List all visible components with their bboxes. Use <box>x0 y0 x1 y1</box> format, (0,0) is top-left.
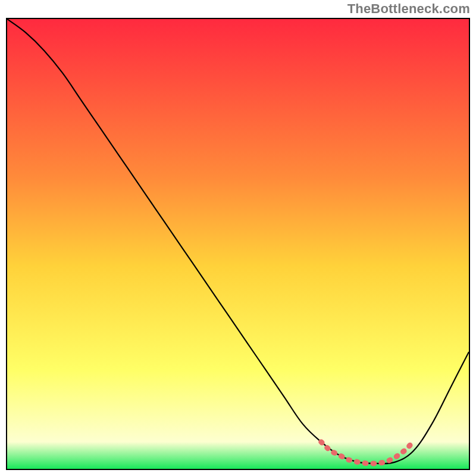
gradient-bg <box>7 19 469 469</box>
watermark-text: TheBottleneck.com <box>347 1 470 17</box>
chart-frame: TheBottleneck.com <box>0 0 476 476</box>
chart-svg <box>7 19 469 469</box>
plot-area <box>6 18 470 470</box>
